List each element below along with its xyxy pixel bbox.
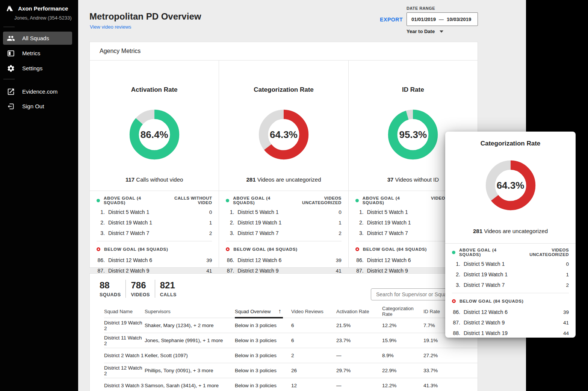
col-header-supervisors[interactable]: Supervisors bbox=[145, 305, 235, 318]
squad-name: District 19 Watch 1 bbox=[237, 220, 281, 226]
list-item[interactable]: 1.District 5 Watch 10 bbox=[452, 259, 569, 269]
view-video-reviews-link[interactable]: View video reviews bbox=[90, 24, 131, 30]
cell-squad-overview[interactable]: Below in 3 policies bbox=[235, 333, 291, 348]
list-item[interactable]: 3.District 7 Watch 72 bbox=[97, 228, 212, 238]
categorization-rate-donut: 64.3% bbox=[256, 107, 311, 162]
cell-id-rate: 27.2% bbox=[423, 348, 461, 363]
below-goal-header: BELOW GOAL (84 SQUADS) bbox=[226, 244, 341, 255]
cell-id-rate: 33.7% bbox=[423, 363, 461, 378]
list-item[interactable]: 1.District 5 Watch 10 bbox=[97, 207, 212, 217]
cell-squad-overview[interactable]: Below in 3 policies bbox=[235, 348, 291, 363]
squad-name: District 5 Watch 1 bbox=[464, 261, 505, 267]
value: 39 bbox=[206, 258, 212, 263]
date-start[interactable]: 01/01/2019 bbox=[411, 17, 436, 22]
metric-ranking-list: ABOVE GOAL (4 SQUADS) CALLS WITHOUT VIDE… bbox=[90, 191, 219, 267]
sidebar-item-metrics[interactable]: Metrics bbox=[3, 47, 72, 60]
value: 41 bbox=[563, 320, 569, 326]
squad-name: District 7 Watch 7 bbox=[237, 230, 278, 236]
value-column-header: VIDEOS UNCATEGORIZED bbox=[517, 248, 569, 257]
squad-name: District 12 Watch 6 bbox=[237, 257, 281, 263]
rank: 2. bbox=[355, 220, 364, 226]
above-goal-header: ABOVE GOAL (4 SQUADS) VIDEOS UNCATEGORIZ… bbox=[226, 194, 341, 207]
donut-percent-label: 64.3% bbox=[483, 158, 538, 213]
table-row[interactable]: District 2 Watch 1 Keller, Scott (1097) … bbox=[104, 348, 478, 363]
date-end[interactable]: 10/03/2019 bbox=[447, 17, 471, 22]
squad-name: District 1 Watch 19 bbox=[464, 330, 508, 336]
popup-title: Categorization Rate bbox=[445, 140, 576, 147]
list-item[interactable]: 2.District 19 Watch 11 bbox=[97, 217, 212, 228]
date-range-picker[interactable]: 01/01/2019 — 10/03/2019 bbox=[407, 12, 478, 26]
cell-video-reviews: 26 bbox=[291, 363, 336, 378]
date-preset-dropdown[interactable]: Year to Date bbox=[407, 29, 443, 34]
squad-name: District 7 Watch 7 bbox=[464, 282, 505, 288]
below-goal-label: BELOW GOAL (84 SQUADS) bbox=[460, 299, 523, 303]
col-header-squad-name[interactable]: Squad Name bbox=[104, 305, 145, 318]
list-item[interactable]: 86.District 12 Watch 639 bbox=[97, 255, 212, 265]
sidebar-item-sign-out[interactable]: Sign Out bbox=[3, 100, 72, 113]
rank: 86. bbox=[452, 309, 460, 315]
value: 0 bbox=[209, 209, 212, 215]
cell-squad-overview[interactable]: Below in 3 policies bbox=[235, 378, 291, 391]
cell-supervisors: Keller, Scott (1097) bbox=[145, 348, 235, 363]
export-button[interactable]: EXPORT bbox=[380, 17, 403, 23]
metrics-icon bbox=[7, 49, 15, 58]
list-item[interactable]: 88.District 1 Watch 1944 bbox=[452, 328, 569, 338]
col-header-categorization-rate[interactable]: Categorization Rate bbox=[382, 305, 423, 318]
table-row[interactable]: District 3 Watch 3 Samson, Sarah (3414),… bbox=[104, 378, 478, 391]
metric-caption: 281 Videos are uncategorized bbox=[219, 176, 348, 183]
cell-activation-rate: 29.7% bbox=[336, 363, 382, 378]
stat-videos: 786VIDEOS bbox=[126, 280, 154, 297]
popup-categorization-donut: 64.3% bbox=[483, 158, 538, 213]
metric-caption: 117 Calls without video bbox=[90, 176, 219, 183]
cell-categorization-rate: 12.2% bbox=[382, 378, 423, 391]
popup-ranking-list: ABOVE GOAL (4 SQUADS) VIDEOS UNCATEGORIZ… bbox=[445, 243, 576, 338]
cell-activation-rate: 23.7% bbox=[336, 333, 382, 348]
list-item[interactable]: 2.District 19 Watch 11 bbox=[226, 217, 341, 228]
cell-squad-name: District 12 Watch 2 bbox=[104, 363, 145, 378]
date-preset-label: Year to Date bbox=[407, 29, 435, 34]
sidebar-divider bbox=[3, 27, 15, 27]
list-divider bbox=[452, 293, 569, 293]
sidebar-item-label: All Squads bbox=[22, 35, 49, 41]
caption-text: Calls without video bbox=[136, 176, 183, 183]
above-goal-dot-icon bbox=[97, 199, 100, 202]
donut-percent-label: 86.4% bbox=[127, 107, 182, 162]
squad-name: District 5 Watch 1 bbox=[237, 209, 278, 215]
value: 0 bbox=[339, 209, 342, 215]
sidebar-item-all-squads[interactable]: All Squads bbox=[3, 32, 72, 45]
list-item[interactable]: 87.District 2 Watch 941 bbox=[452, 317, 569, 328]
table-row[interactable]: District 12 Watch 2 Phillips, Tony (0091… bbox=[104, 363, 478, 378]
rank: 2. bbox=[226, 220, 234, 226]
list-item[interactable]: 2.District 19 Watch 11 bbox=[452, 269, 569, 280]
list-item[interactable]: 1.District 5 Watch 10 bbox=[226, 207, 341, 217]
above-goal-label: ABOVE GOAL (4 SQUADS) bbox=[104, 196, 159, 205]
list-item[interactable]: 3.District 7 Watch 72 bbox=[452, 280, 569, 290]
table-row[interactable]: District 11 Watch 2 Jones, Stephanie (99… bbox=[104, 333, 478, 348]
app-title: Axon Performance bbox=[18, 5, 68, 12]
cell-squad-name: District 3 Watch 3 bbox=[104, 378, 145, 391]
table-row[interactable]: District 19 Watch 2 Shaker, Mary (1234),… bbox=[104, 318, 478, 333]
sidebar-item-settings[interactable]: Settings bbox=[3, 62, 72, 75]
sidebar-item-label: Metrics bbox=[22, 50, 40, 56]
col-header-video-reviews[interactable]: Video Reviews bbox=[291, 305, 336, 318]
col-header-activation-rate[interactable]: Activation Rate bbox=[336, 305, 382, 318]
list-item[interactable]: 3.District 7 Watch 72 bbox=[226, 228, 341, 238]
col-header-squad-overview[interactable]: Squad Overview↑ bbox=[235, 305, 291, 318]
cell-squad-name: District 2 Watch 1 bbox=[104, 348, 145, 363]
squad-name: District 5 Watch 1 bbox=[108, 209, 149, 215]
list-item[interactable]: 86.District 12 Watch 639 bbox=[452, 307, 569, 317]
cell-squad-overview[interactable]: Below in 3 policies bbox=[235, 363, 291, 378]
squad-name: District 19 Watch 1 bbox=[108, 220, 152, 226]
sidebar-item-evidence[interactable]: Evidence.com bbox=[3, 85, 72, 98]
squad-name: District 7 Watch 7 bbox=[108, 230, 149, 236]
cell-squad-overview[interactable]: Below in 3 policies bbox=[235, 318, 291, 333]
value: 1 bbox=[209, 220, 212, 226]
cell-video-reviews: 12 bbox=[291, 378, 336, 391]
below-goal-ring-icon bbox=[97, 247, 100, 251]
metric-title: ID Rate bbox=[349, 86, 478, 94]
screenshot-stage: Axon Performance Jones, Andrew (354-5233… bbox=[0, 0, 588, 391]
categorization-rate-popup: Categorization Rate 64.3% 281 Videos are… bbox=[445, 132, 576, 338]
metric-title: Categorization Rate bbox=[219, 86, 348, 94]
cell-video-reviews: 6 bbox=[291, 333, 336, 348]
list-item[interactable]: 86.District 12 Watch 639 bbox=[226, 255, 341, 265]
